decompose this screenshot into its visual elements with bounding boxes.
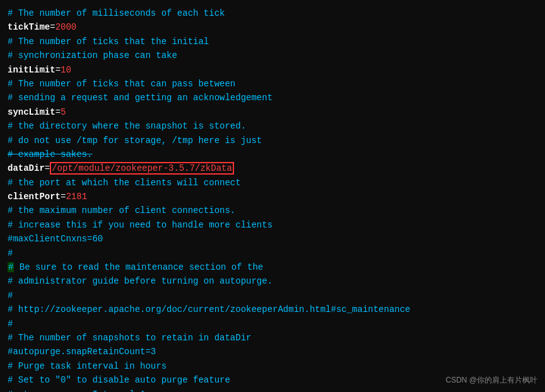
key-datadir: dataDir	[8, 163, 45, 173]
val-maxclient: 60	[92, 234, 103, 244]
line-9: # the directory where the snapshot is st…	[8, 119, 537, 133]
val-ticktime: 2000	[56, 22, 77, 32]
line-19-text: Be sure to read the maintenance section …	[14, 262, 263, 272]
line-20: # administrator guide before turning on …	[8, 274, 537, 288]
line-12: dataDir=/opt/module/zookeeper-3.5.7/zkDa…	[8, 161, 537, 175]
key-purgeinterval: #autopurge.purgeInterval	[8, 389, 135, 392]
line-22: # http://zookeeper.apache.org/doc/curren…	[8, 303, 537, 316]
line-14: clientPort=2181	[8, 190, 537, 204]
key-clientport: clientPort	[8, 192, 61, 202]
line-26: # Purge task interval in hours	[8, 359, 537, 373]
line-25: #autopurge.snapRetainCount=3	[8, 345, 537, 359]
val-datadir: /opt/module/zookeeper-3.5.7/zkData	[50, 162, 234, 175]
line-1: # The number of milliseconds of each tic…	[8, 6, 537, 20]
key-synclimit: syncLimit	[8, 107, 56, 117]
val-synclimit: 5	[61, 107, 66, 117]
key-snapretain: #autopurge.snapRetainCount	[8, 347, 145, 357]
line-11: # example sakes.	[8, 147, 537, 161]
line-16: # increase this if you need to handle mo…	[8, 218, 537, 232]
line-24: # The number of snapshots to retain in d…	[8, 331, 537, 345]
line-19: # Be sure to read the maintenance sectio…	[8, 260, 537, 274]
line-3: # The number of ticks that the initial	[8, 35, 537, 49]
line-23: #	[8, 317, 537, 331]
val-clientport: 2181	[66, 192, 87, 202]
val-initlimit: 10	[61, 65, 71, 75]
line-2: tickTime=2000	[8, 20, 537, 34]
line-18: #	[8, 246, 537, 260]
line-4: # synchronization phase can take	[8, 49, 537, 62]
watermark: CSDN @你的肩上有片枫叶	[445, 375, 537, 386]
line-15: # the maximum number of client connectio…	[8, 204, 537, 217]
key-initlimit: initLimit	[8, 65, 56, 75]
line-28: #autopurge.purgeInterval=1	[8, 388, 537, 392]
line-7: # sending a request and getting an ackno…	[8, 91, 537, 105]
terminal: # The number of milliseconds of each tic…	[0, 0, 545, 392]
val-purgeinterval: 1	[140, 389, 145, 392]
line-21: #	[8, 289, 537, 303]
key-maxclient: #maxClientCnxns	[8, 234, 87, 244]
key-ticktime: tickTime	[8, 22, 50, 32]
val-snapretain: 3	[151, 347, 156, 357]
line-13: # the port at which the clients will con…	[8, 176, 537, 190]
hash-highlight: #	[8, 262, 14, 272]
line-8: syncLimit=5	[8, 105, 537, 119]
line-17: #maxClientCnxns=60	[8, 232, 537, 246]
line-10: # do not use /tmp for storage, /tmp here…	[8, 134, 537, 147]
line-6: # The number of ticks that can pass betw…	[8, 77, 537, 91]
line-5: initLimit=10	[8, 63, 537, 77]
